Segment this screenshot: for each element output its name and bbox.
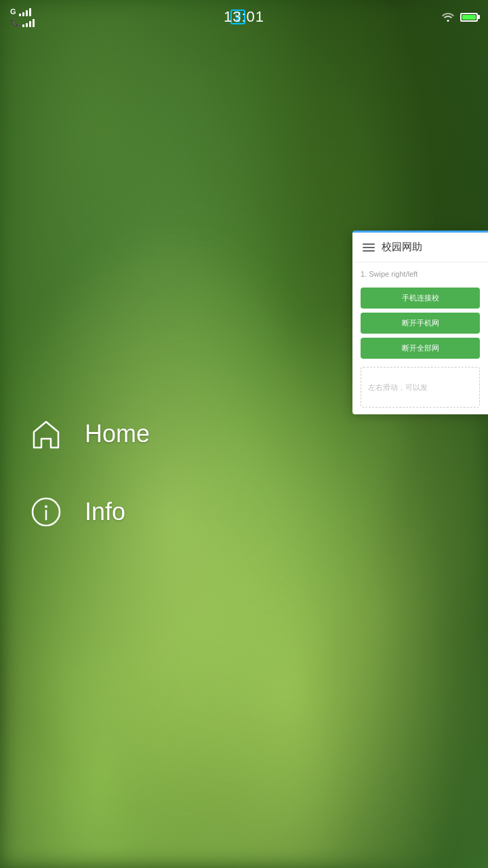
network-type: G	[10, 7, 16, 16]
home-label: Home	[85, 420, 150, 448]
sidebar-item-home[interactable]: Home	[27, 415, 150, 452]
phone-icon: 📞	[10, 18, 20, 27]
btn-connect-phone[interactable]: 手机连接校	[361, 288, 480, 309]
battery-fill	[462, 15, 476, 20]
panel-input-hint: 左右滑动，可以发	[368, 382, 428, 393]
info-icon	[27, 493, 64, 530]
panel-content: 1. Swipe right/left 手机连接校 断开手机网 断开全部网 左右…	[352, 262, 488, 414]
signal-bars-2	[22, 18, 35, 27]
panel-overlay: 校园网助 1. Swipe right/left 手机连接校 断开手机网 断开全…	[352, 231, 488, 414]
home-icon	[27, 415, 64, 452]
btn-disconnect-phone[interactable]: 断开手机网	[361, 313, 480, 334]
status-right	[441, 12, 478, 22]
panel-input-area[interactable]: 左右滑动，可以发	[361, 367, 480, 408]
status-bar: G 📞 13:01	[0, 0, 488, 34]
menu-icon	[363, 243, 375, 252]
battery-icon	[460, 13, 478, 22]
panel-buttons: 手机连接校 断开手机网 断开全部网	[361, 288, 480, 359]
panel-title: 校园网助	[382, 241, 422, 254]
sidebar-menu: Home Info	[0, 395, 177, 591]
panel-instruction: 1. Swipe right/left	[361, 269, 480, 279]
panel-header: 校园网助	[352, 233, 488, 262]
btn-disconnect-all[interactable]: 断开全部网	[361, 338, 480, 359]
signal-bars	[19, 7, 31, 16]
time-display: 13:01	[224, 8, 264, 25]
sidebar-item-info[interactable]: Info	[27, 493, 150, 530]
status-left: G 📞	[10, 7, 35, 27]
wifi-icon	[441, 12, 455, 22]
info-label: Info	[85, 498, 125, 526]
svg-point-5	[45, 505, 47, 508]
